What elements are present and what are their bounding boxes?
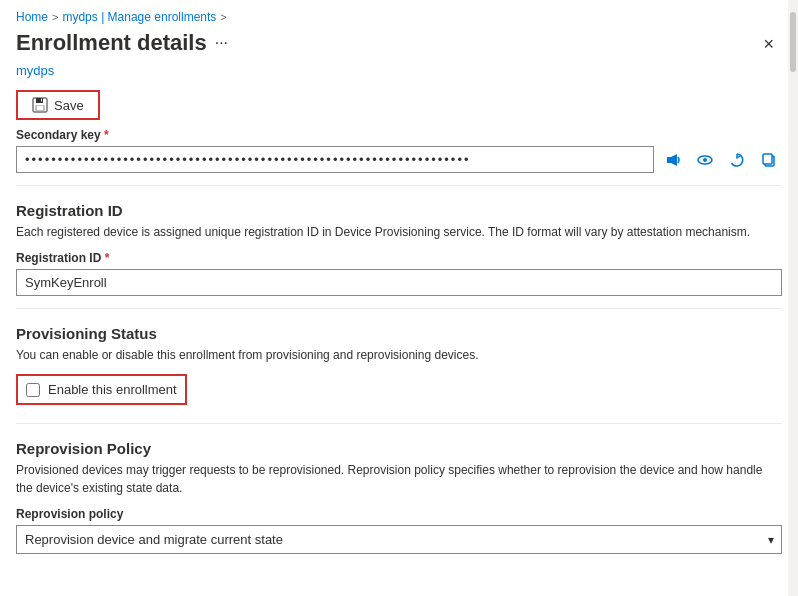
breadcrumb-sep2: > (220, 11, 226, 23)
enable-enrollment-label: Enable this enrollment (48, 382, 177, 397)
svg-rect-4 (41, 99, 42, 102)
registration-id-input[interactable] (16, 269, 782, 296)
provisioning-status-desc: You can enable or disable this enrollmen… (16, 346, 782, 364)
reprovision-policy-select[interactable]: Reprovision device and migrate current s… (16, 525, 782, 554)
breadcrumb-home[interactable]: Home (16, 10, 48, 24)
enable-enrollment-checkbox-row[interactable]: Enable this enrollment (16, 374, 187, 405)
header-left: Enrollment details ··· (16, 30, 228, 56)
regenerate-button[interactable] (724, 147, 750, 173)
reprovision-policy-label: Reprovision policy (16, 507, 782, 521)
scrollbar-thumb[interactable] (790, 12, 796, 72)
page-title: Enrollment details (16, 30, 207, 56)
reprovision-policy-group: Reprovision policy Reprovision device an… (16, 507, 782, 554)
svg-point-8 (703, 158, 707, 162)
eye-button[interactable] (692, 147, 718, 173)
copy-icon (760, 151, 778, 169)
eye-icon (696, 151, 714, 169)
refresh-icon (728, 151, 746, 169)
registration-id-label: Registration ID * (16, 251, 782, 265)
secondary-key-label: Secondary key * (16, 128, 782, 142)
breadcrumb-sep1: > (52, 11, 58, 23)
save-button[interactable]: Save (16, 90, 100, 120)
secondary-key-input[interactable] (16, 146, 654, 173)
reprovision-policy-title: Reprovision Policy (16, 440, 782, 457)
reprovision-policy-select-wrapper: Reprovision device and migrate current s… (16, 525, 782, 554)
svg-marker-6 (671, 154, 677, 166)
audio-icon (664, 151, 682, 169)
registration-id-required: * (105, 251, 110, 265)
secondary-key-group: Secondary key * (16, 128, 782, 173)
registration-id-group: Registration ID * (16, 251, 782, 296)
close-button[interactable]: × (755, 30, 782, 59)
secondary-key-input-row (16, 146, 782, 173)
page-header: Enrollment details ··· × (0, 30, 798, 63)
svg-rect-5 (667, 157, 671, 163)
divider-2 (16, 308, 782, 309)
content-area: Secondary key * (0, 128, 798, 566)
header-subtitle: mydps (0, 63, 798, 86)
reprovision-policy-desc: Provisioned devices may trigger requests… (16, 461, 782, 497)
enable-enrollment-checkbox[interactable] (26, 383, 40, 397)
audio-icon-button[interactable] (660, 147, 686, 173)
scrollbar[interactable] (788, 0, 798, 596)
toolbar: Save (0, 86, 798, 128)
required-indicator: * (104, 128, 109, 142)
registration-id-section-title: Registration ID (16, 202, 782, 219)
svg-rect-10 (763, 154, 772, 164)
divider-1 (16, 185, 782, 186)
provisioning-status-title: Provisioning Status (16, 325, 782, 342)
breadcrumb-mydps[interactable]: mydps | Manage enrollments (62, 10, 216, 24)
more-options-icon[interactable]: ··· (215, 34, 228, 52)
registration-id-section-desc: Each registered device is assigned uniqu… (16, 223, 782, 241)
breadcrumb: Home > mydps | Manage enrollments > (0, 0, 798, 30)
svg-rect-3 (37, 106, 43, 110)
save-icon (32, 97, 48, 113)
save-label: Save (54, 98, 84, 113)
copy-button[interactable] (756, 147, 782, 173)
divider-3 (16, 423, 782, 424)
